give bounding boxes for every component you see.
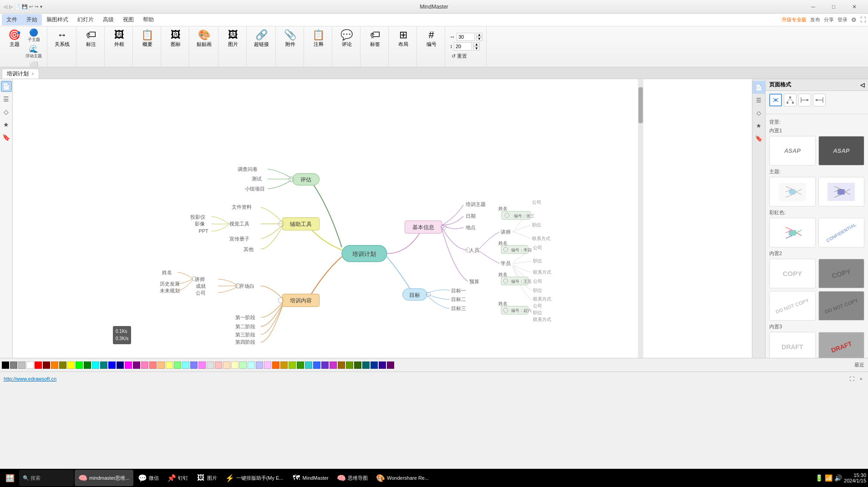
ribbon-btn-outline[interactable]: 🖼 外框	[112, 28, 127, 50]
ribbon-btn-icons[interactable]: 🖼 图标	[168, 28, 183, 50]
color-salmon[interactable]	[149, 361, 157, 369]
color-teal[interactable]	[100, 361, 107, 369]
style-card-confidential[interactable]: CONFIDENTIAL	[818, 218, 865, 247]
color-darkindigo[interactable]	[379, 361, 386, 369]
left-icon-list[interactable]: ☰	[1, 94, 12, 105]
color-lightyellow[interactable]	[166, 361, 173, 369]
taskbar-mindmap[interactable]: 🧠 思维导图	[333, 470, 371, 486]
ribbon-btn-multitopic[interactable]: ⬜ 多个主题	[24, 61, 43, 67]
color-royalblue[interactable]	[371, 361, 378, 369]
style-card-donotcopy-light[interactable]: DO NOT COPY	[769, 291, 816, 321]
color-lightblue[interactable]	[190, 361, 198, 369]
color-peach[interactable]	[157, 361, 165, 369]
color-blue[interactable]	[108, 361, 116, 369]
width-down-btn[interactable]: ▼	[476, 37, 482, 41]
panel-nav-list[interactable]: ☰	[752, 94, 765, 106]
color-darkpurple[interactable]	[387, 361, 394, 369]
color-navy[interactable]	[117, 361, 124, 369]
login-btn[interactable]: 登录	[838, 16, 848, 23]
ribbon-btn-relation[interactable]: ↔ 关系线	[52, 28, 72, 50]
ribbon-btn-comment[interactable]: 💬 评论	[338, 28, 355, 50]
taskbar-mindmaster2[interactable]: 🗺 MindMaster	[288, 470, 332, 486]
system-icon-file[interactable]: 📄	[15, 4, 20, 9]
ribbon-btn-annotation[interactable]: 🏷 标注	[83, 28, 99, 50]
ribbon-btn-attachment[interactable]: 📎 附件	[281, 28, 299, 50]
color-indigo[interactable]	[321, 361, 329, 369]
layout-icon-left[interactable]	[798, 94, 811, 106]
color-forest[interactable]	[354, 361, 361, 369]
theme-card-default[interactable]	[769, 177, 816, 206]
color-mint[interactable]	[239, 361, 247, 369]
refresh-btn[interactable]: ↺ 重置	[450, 52, 482, 60]
system-icon-redo[interactable]: ↪	[35, 4, 38, 9]
color-magenta[interactable]	[125, 361, 132, 369]
taskbar-dingding[interactable]: 📌 钉钉	[163, 470, 192, 486]
style-card-draft-light[interactable]: DRAFT	[769, 332, 816, 358]
color-lightcyan2[interactable]	[248, 361, 255, 369]
color-olive[interactable]	[59, 361, 66, 369]
color-violet[interactable]	[198, 361, 206, 369]
style-card-copy-dark[interactable]: COPY	[818, 259, 865, 288]
width-up-btn[interactable]: ▲	[476, 33, 482, 37]
ribbon-btn-theme[interactable]: 🎯 主题	[5, 28, 23, 67]
left-icon-star[interactable]: ★	[1, 119, 12, 130]
ribbon-btn-float[interactable]: 🌊 浮动主题	[24, 45, 43, 60]
doc-tab-training[interactable]: 培训计划 ×	[2, 69, 39, 79]
ribbon-btn-layout[interactable]: ⊞ 布局	[396, 28, 411, 50]
color-darkred[interactable]	[43, 361, 50, 369]
taskbar-wondershare[interactable]: 🎨 Wondershare Re...	[372, 470, 432, 486]
color-orchid[interactable]	[330, 361, 337, 369]
ribbon-btn-tag[interactable]: 🏷 标签	[367, 28, 383, 50]
color-periwinkle[interactable]	[256, 361, 263, 369]
panel-nav-bookmark[interactable]: 🔖	[752, 132, 765, 145]
ribbon-btn-notes[interactable]: 📋 注释	[310, 28, 327, 50]
color-cyan[interactable]	[92, 361, 99, 369]
color-purple[interactable]	[133, 361, 140, 369]
zoom-in-btn[interactable]: +	[858, 375, 864, 382]
layout-icon-right[interactable]	[813, 94, 826, 106]
color-lightyellow2[interactable]	[231, 361, 239, 369]
color-cornflower[interactable]	[313, 361, 320, 369]
theme-card-2[interactable]	[818, 177, 865, 206]
color-green[interactable]	[84, 361, 91, 369]
color-lightpeach[interactable]	[223, 361, 230, 369]
fit-window-btn[interactable]: ⛶	[848, 375, 856, 382]
ribbon-btn-link[interactable]: 🔗 超链接	[251, 28, 272, 50]
ribbon-btn-summary[interactable]: 📋 概要	[138, 28, 156, 50]
menu-item-style[interactable]: 脑图样式	[42, 14, 73, 25]
system-icon-save[interactable]: 💾	[22, 4, 27, 9]
ribbon-btn-sticker[interactable]: 🎨 贴贴画	[194, 28, 214, 50]
share-btn[interactable]: 分享	[824, 16, 834, 23]
color-darkteal[interactable]	[305, 361, 312, 369]
left-icon-diamond[interactable]: ◇	[1, 106, 12, 117]
style-card-copy-light[interactable]: COPY	[769, 259, 816, 288]
color-lightgreen[interactable]	[174, 361, 181, 369]
color-silver[interactable]	[18, 361, 25, 369]
maximize-button[interactable]: □	[823, 0, 844, 14]
ribbon-btn-image[interactable]: 🖼 图片	[225, 28, 241, 50]
menu-item-help[interactable]: 帮助	[138, 14, 158, 25]
color-brown[interactable]	[338, 361, 345, 369]
system-icon-back[interactable]: ◁	[4, 4, 7, 9]
system-icon-undo[interactable]: ↩	[29, 4, 33, 9]
left-icon-bookmark[interactable]: 🔖	[1, 132, 12, 143]
style-card-rainbow[interactable]	[769, 218, 816, 247]
canvas-area[interactable]: 培训计划 基本信息 + 培训主题 日期 地点 人员 讲师	[13, 79, 752, 358]
taskbar-layout[interactable]: ⚡ 一键排版助手(My E...	[222, 470, 287, 486]
taskbar-mindmaster[interactable]: 🧠 mindmaster思维...	[75, 470, 133, 486]
color-seagreen[interactable]	[362, 361, 370, 369]
taskbar-photos[interactable]: 🖼 图片	[193, 470, 221, 486]
color-black[interactable]	[2, 361, 9, 369]
color-yellowgreen[interactable]	[289, 361, 296, 369]
system-icon-more[interactable]: ▾	[40, 4, 42, 9]
ribbon-btn-number[interactable]: # 编号	[424, 28, 439, 50]
color-lavender[interactable]	[264, 361, 271, 369]
close-button[interactable]: ✕	[844, 0, 864, 14]
ribbon-btn-subtopic[interactable]: 🔵 子主题	[24, 28, 43, 44]
color-lightpink[interactable]	[215, 361, 222, 369]
color-gold[interactable]	[280, 361, 288, 369]
publish-btn[interactable]: 发布	[810, 16, 820, 23]
settings-icon[interactable]: ⚙	[851, 16, 857, 23]
color-red[interactable]	[35, 361, 42, 369]
fullscreen-icon[interactable]: ⛶	[860, 16, 866, 23]
